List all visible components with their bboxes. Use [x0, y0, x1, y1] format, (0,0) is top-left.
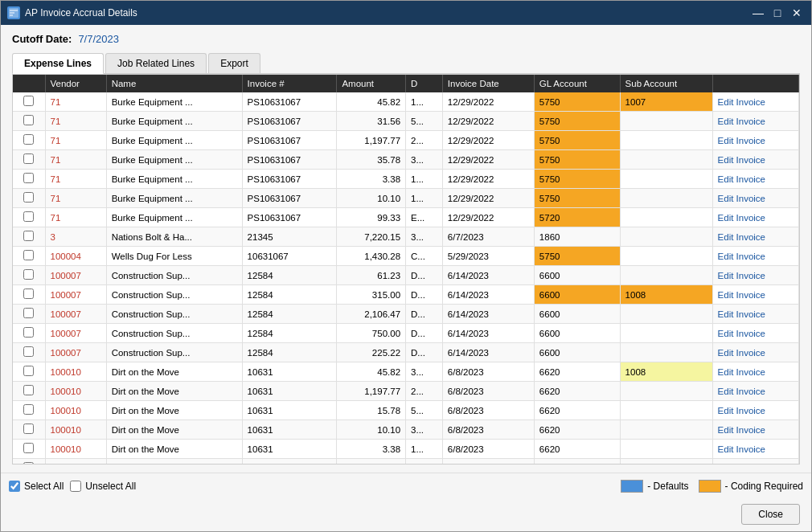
row-gl-account: 6620 [534, 362, 620, 382]
row-invoice-date: 12/29/2022 [442, 92, 534, 112]
vendor-link[interactable]: 100010 [51, 425, 81, 435]
close-window-button[interactable]: ✕ [789, 6, 805, 20]
row-checkbox-7[interactable] [23, 231, 34, 241]
unselect-all-button[interactable]: Unselect All [70, 481, 136, 492]
row-checkbox-0[interactable] [23, 96, 34, 106]
edit-invoice-link[interactable]: Edit Invoice [718, 348, 765, 358]
row-gl-account: 5750 [534, 150, 620, 170]
row-vendor: 71 [45, 189, 106, 208]
edit-invoice-link[interactable]: Edit Invoice [718, 194, 765, 203]
row-invoice: 12584 [242, 305, 337, 324]
row-sub-account: 1008 [620, 285, 712, 305]
row-checkbox-cell [13, 343, 45, 362]
maximize-button[interactable]: □ [769, 6, 785, 20]
vendor-link[interactable]: 100010 [51, 464, 81, 465]
row-checkbox-14[interactable] [23, 366, 34, 376]
row-checkbox-19[interactable] [23, 462, 34, 464]
edit-invoice-link[interactable]: Edit Invoice [718, 367, 765, 377]
row-checkbox-cell [13, 324, 45, 343]
vendor-link[interactable]: 100010 [51, 444, 81, 454]
row-checkbox-8[interactable] [23, 250, 34, 260]
row-checkbox-6[interactable] [23, 211, 34, 222]
row-d: 3... [406, 420, 443, 440]
edit-invoice-link[interactable]: Edit Invoice [718, 425, 765, 435]
row-checkbox-16[interactable] [23, 404, 34, 415]
tab-expense-lines[interactable]: Expense Lines [12, 53, 104, 74]
edit-invoice-link[interactable]: Edit Invoice [718, 117, 765, 126]
vendor-link[interactable]: 71 [51, 194, 61, 203]
tab-export[interactable]: Export [208, 53, 260, 73]
vendor-link[interactable]: 71 [51, 136, 61, 145]
vendor-link[interactable]: 71 [51, 117, 61, 126]
col-sub-account: Sub Account [620, 75, 712, 92]
edit-invoice-link[interactable]: Edit Invoice [718, 464, 765, 465]
edit-invoice-link[interactable]: Edit Invoice [718, 213, 765, 223]
row-invoice: 10631 [242, 440, 337, 459]
row-checkbox-3[interactable] [23, 153, 34, 164]
row-invoice: PS10631067 [242, 189, 337, 208]
row-amount: 750.00 [337, 324, 406, 343]
row-checkbox-18[interactable] [23, 443, 34, 453]
select-all-button[interactable]: Select All [9, 481, 64, 492]
row-checkbox-1[interactable] [23, 115, 34, 125]
row-checkbox-4[interactable] [23, 173, 34, 183]
row-gl-account: 5750 [534, 189, 620, 208]
unselect-all-checkbox[interactable] [70, 481, 81, 492]
edit-invoice-link[interactable]: Edit Invoice [718, 97, 765, 107]
close-button[interactable]: Close [741, 504, 800, 525]
row-checkbox-17[interactable] [23, 424, 34, 434]
row-invoice-date: 6/14/2023 [442, 324, 534, 343]
bottom-bar: Select All Unselect All - Defaults - Cod… [1, 473, 811, 499]
row-checkbox-13[interactable] [23, 346, 34, 357]
edit-invoice-link[interactable]: Edit Invoice [718, 232, 765, 242]
row-checkbox-5[interactable] [23, 192, 34, 203]
table-wrapper[interactable]: Vendor Name Invoice # Amount D Invoice D… [12, 74, 800, 464]
row-checkbox-10[interactable] [23, 289, 34, 299]
row-vendor: 100010 [45, 362, 106, 382]
edit-invoice-link[interactable]: Edit Invoice [718, 387, 765, 396]
edit-invoice-link[interactable]: Edit Invoice [718, 309, 765, 319]
row-amount: 61.23 [337, 266, 406, 285]
row-checkbox-12[interactable] [23, 327, 34, 338]
edit-invoice-link[interactable]: Edit Invoice [718, 271, 765, 280]
edit-invoice-link[interactable]: Edit Invoice [718, 252, 765, 261]
vendor-link[interactable]: 100010 [51, 406, 81, 415]
vendor-link[interactable]: 100007 [51, 329, 81, 338]
edit-invoice-link[interactable]: Edit Invoice [718, 155, 765, 165]
tab-job-related-lines[interactable]: Job Related Lines [105, 53, 207, 73]
vendor-link[interactable]: 100004 [51, 252, 81, 261]
edit-invoice-link[interactable]: Edit Invoice [718, 290, 765, 300]
row-sub-account [620, 112, 712, 131]
vendor-link[interactable]: 71 [51, 174, 61, 184]
edit-invoice-link[interactable]: Edit Invoice [718, 136, 765, 145]
row-vendor: 71 [45, 92, 106, 112]
row-d: D... [406, 266, 443, 285]
row-checkbox-2[interactable] [23, 134, 34, 145]
row-checkbox-11[interactable] [23, 308, 34, 318]
row-checkbox-9[interactable] [23, 269, 34, 280]
vendor-link[interactable]: 100010 [51, 387, 81, 396]
vendor-link[interactable]: 71 [51, 213, 61, 223]
vendor-link[interactable]: 100007 [51, 309, 81, 319]
edit-invoice-link[interactable]: Edit Invoice [718, 406, 765, 415]
row-checkbox-cell [13, 131, 45, 150]
row-edit-cell: Edit Invoice [712, 112, 798, 131]
edit-invoice-link[interactable]: Edit Invoice [718, 174, 765, 184]
app-icon [7, 6, 20, 19]
row-sub-account [620, 189, 712, 208]
row-invoice-date: 12/29/2022 [442, 131, 534, 150]
vendor-link[interactable]: 100007 [51, 348, 81, 358]
vendor-link[interactable]: 100007 [51, 271, 81, 280]
row-amount: 10.10 [337, 189, 406, 208]
edit-invoice-link[interactable]: Edit Invoice [718, 444, 765, 454]
vendor-link[interactable]: 100010 [51, 367, 81, 377]
row-checkbox-15[interactable] [23, 385, 34, 395]
vendor-link[interactable]: 3 [51, 232, 55, 242]
edit-invoice-link[interactable]: Edit Invoice [718, 329, 765, 338]
row-edit-cell: Edit Invoice [712, 170, 798, 189]
vendor-link[interactable]: 71 [51, 155, 61, 165]
select-all-checkbox[interactable] [9, 481, 20, 492]
minimize-button[interactable]: — [750, 6, 766, 20]
vendor-link[interactable]: 100007 [51, 290, 81, 300]
vendor-link[interactable]: 71 [51, 97, 61, 107]
